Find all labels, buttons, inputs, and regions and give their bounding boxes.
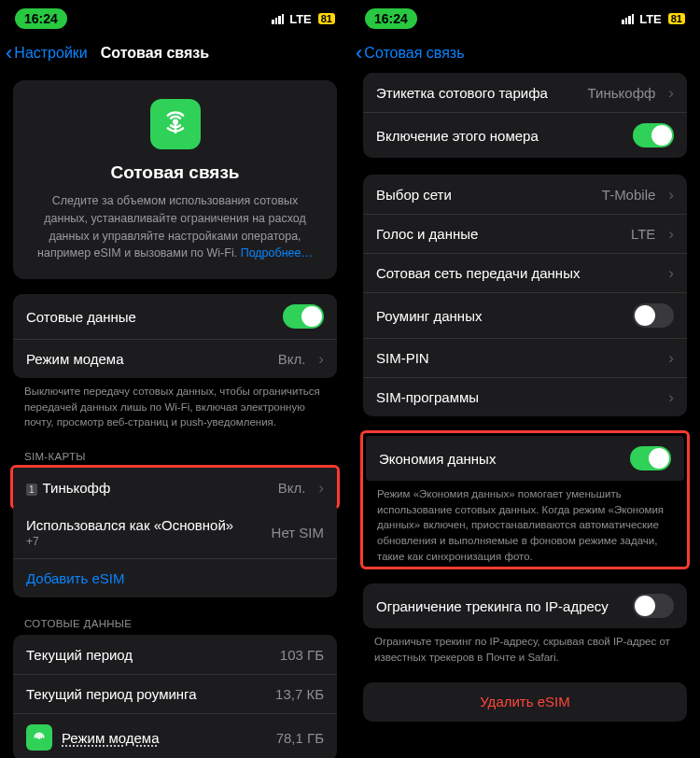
chevron-right-icon: › (668, 265, 674, 281)
row-label: Роуминг данных (376, 308, 623, 324)
group-cellular-data: Сотовые данные Режим модема Вкл. › Выклю… (13, 294, 337, 430)
chevron-right-icon: › (668, 187, 674, 203)
row-sim-tinkoff[interactable]: 1Тинькофф Вкл. › (13, 468, 337, 507)
row-label: Сотовые данные (26, 309, 273, 325)
row-used-as-primary[interactable]: Использовался как «Основной» +7 Нет SIM (13, 507, 337, 558)
hero-title: Сотовая связь (30, 162, 320, 183)
status-bar: 16:24 LTE 81 (0, 0, 350, 37)
back-label: Настройки (14, 45, 87, 62)
svg-point-0 (174, 120, 177, 124)
row-value: LTE (631, 226, 655, 242)
row-value: Нет SIM (272, 525, 324, 540)
chevron-left-icon: ‹ (356, 43, 362, 63)
row-hotspot[interactable]: Режим модема Вкл. › (13, 339, 337, 378)
battery-label: 81 (668, 13, 685, 24)
row-value: Вкл. (278, 480, 306, 496)
chevron-right-icon: › (318, 480, 324, 496)
status-time: 16:24 (15, 8, 67, 29)
hero-description: Следите за объемом использования сотовых… (30, 192, 320, 262)
content-right: Этикетка сотового тарифа Тинькофф › Вклю… (350, 73, 700, 758)
row-value: 78,1 ГБ (276, 730, 324, 746)
toggle-low-data-mode[interactable] (630, 446, 671, 470)
group-footer: Ограничьте трекинг по IP-адресу, скрывая… (363, 628, 687, 665)
back-button[interactable]: ‹ Сотовая связь (356, 43, 464, 63)
hero-card: Сотовая связь Следите за объемом использ… (13, 80, 337, 279)
status-bar: 16:24 LTE 81 (350, 0, 700, 37)
row-label: Текущий период роуминга (26, 686, 266, 702)
svg-point-1 (38, 737, 40, 738)
used-as-sub: +7 (26, 535, 262, 548)
cellular-icon (150, 99, 201, 149)
row-current-period[interactable]: Текущий период 103 ГБ (13, 635, 337, 674)
toggle-enable-number[interactable] (633, 123, 674, 147)
nav-bar: ‹ Настройки Сотовая связь (0, 37, 350, 73)
sim-name: Тинькофф (43, 480, 111, 496)
row-label: Этикетка сотового тарифа (376, 85, 579, 101)
group-cellular-usage: СОТОВЫЕ ДАННЫЕ Текущий период 103 ГБ Тек… (13, 614, 337, 758)
row-network-select[interactable]: Выбор сети T-Mobile › (363, 175, 687, 214)
row-sim-apps[interactable]: SIM-программы › (363, 377, 687, 416)
row-data-roaming[interactable]: Роуминг данных (363, 292, 687, 338)
status-time: 16:24 (365, 8, 417, 29)
used-as-label: Использовался как «Основной» (26, 517, 233, 533)
network-label: LTE (639, 12, 662, 26)
row-label: 1Тинькофф (26, 480, 269, 496)
row-hotspot-usage[interactable]: Режим модема 78,1 ГБ (13, 713, 337, 758)
group-header: СОТОВЫЕ ДАННЫЕ (13, 614, 337, 635)
row-label: Включение этого номера (376, 128, 623, 144)
row-value: T-Mobile (602, 187, 656, 203)
chevron-right-icon: › (318, 351, 324, 367)
sim-badge-icon: 1 (26, 484, 37, 496)
group-footer: Режим «Экономия данных» помогает уменьши… (366, 481, 684, 564)
row-value: 13,7 КБ (275, 686, 324, 702)
phone-left: 16:24 LTE 81 ‹ Настройки Сотовая связь С… (0, 0, 350, 758)
group-network: Выбор сети T-Mobile › Голос и данные LTE… (363, 175, 687, 416)
row-label: SIM-PIN (376, 350, 655, 366)
group-ip-tracking: Ограничение трекинга по IP-адресу Ограни… (363, 583, 687, 665)
row-plan-label[interactable]: Этикетка сотового тарифа Тинькофф › (363, 73, 687, 112)
chevron-left-icon: ‹ (6, 43, 12, 63)
hero-more-link[interactable]: Подробнее… (241, 246, 313, 260)
delete-esim-label: Удалить eSIM (480, 694, 569, 709)
highlight-box-low-data: Экономия данных Режим «Экономия данных» … (360, 430, 690, 569)
toggle-ip-tracking[interactable] (633, 594, 674, 618)
phone-right: 16:24 LTE 81 ‹ Сотовая связь Этикетка со… (350, 0, 700, 758)
row-value: Тинькофф (588, 85, 656, 101)
chevron-right-icon: › (668, 350, 674, 366)
group-sim-cards: SIM-КАРТЫ 1Тинькофф Вкл. › Использовался… (13, 447, 337, 597)
back-button[interactable]: ‹ Настройки (6, 43, 88, 63)
signal-icon (272, 14, 284, 24)
row-value: 103 ГБ (280, 647, 324, 663)
row-cellular-network[interactable]: Сотовая сеть передачи данных › (363, 253, 687, 292)
row-value: Вкл. (278, 351, 306, 367)
signal-icon (622, 14, 634, 24)
row-roaming-period[interactable]: Текущий период роуминга 13,7 КБ (13, 674, 337, 713)
row-label: Сотовая сеть передачи данных (376, 265, 655, 281)
network-label: LTE (289, 12, 312, 26)
row-enable-number[interactable]: Включение этого номера (363, 112, 687, 158)
back-label: Сотовая связь (364, 45, 464, 62)
row-cellular-data[interactable]: Сотовые данные (13, 294, 337, 339)
chevron-right-icon: › (668, 85, 674, 101)
row-ip-tracking[interactable]: Ограничение трекинга по IP-адресу (363, 583, 687, 628)
row-label: Выбор сети (376, 187, 593, 203)
row-sim-pin[interactable]: SIM-PIN › (363, 338, 687, 377)
row-low-data-mode[interactable]: Экономия данных (366, 436, 684, 481)
row-voice-data[interactable]: Голос и данные LTE › (363, 214, 687, 253)
status-right: LTE 81 (622, 12, 685, 26)
status-right: LTE 81 (272, 12, 335, 26)
row-add-esim[interactable]: Добавить eSIM (13, 558, 337, 597)
toggle-data-roaming[interactable] (633, 303, 674, 328)
row-label: Экономия данных (379, 451, 621, 467)
nav-title: Сотовая связь (101, 45, 209, 62)
group-footer: Выключите передачу сотовых данных, чтобы… (13, 378, 337, 430)
chevron-right-icon: › (668, 389, 674, 405)
nav-bar: ‹ Сотовая связь (350, 37, 700, 73)
row-label: Ограничение трекинга по IP-адресу (376, 598, 623, 614)
row-delete-esim[interactable]: Удалить eSIM (363, 682, 687, 722)
toggle-cellular-data[interactable] (283, 304, 324, 329)
row-label: Голос и данные (376, 226, 622, 242)
row-label: Текущий период (26, 647, 271, 663)
hotspot-icon (26, 724, 52, 751)
row-label: Режим модема (62, 730, 267, 746)
